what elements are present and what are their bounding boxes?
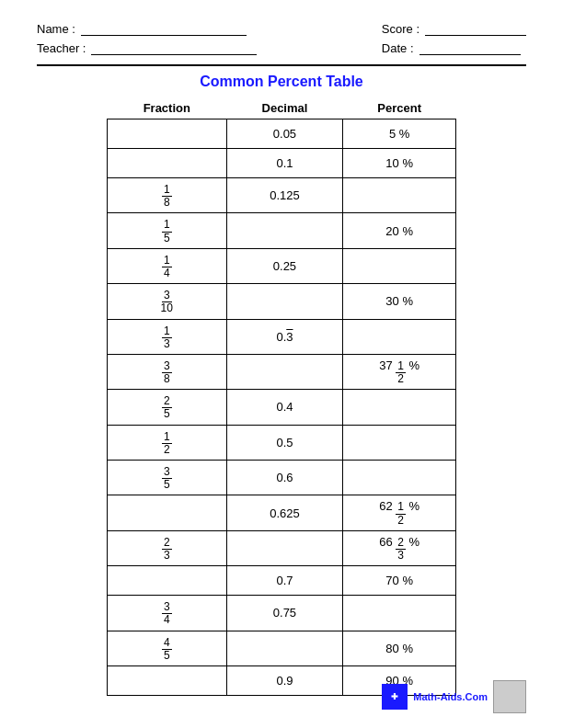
- cell-fraction: 1 8: [108, 178, 227, 213]
- table-container: Fraction Decimal Percent 0.05 5 % 0.1 10…: [37, 97, 526, 696]
- cell-percent: [343, 596, 456, 631]
- cell-percent: 66 2 3 %: [343, 530, 456, 565]
- date-row: Date :: [382, 41, 526, 55]
- footer: ✚ Math-Aids.Com: [382, 680, 526, 713]
- table-row: 3 8 37 1 2 %: [108, 354, 456, 389]
- cell-decimal: 0.5: [226, 425, 343, 460]
- table-row: 2 3 66 2 3 %: [108, 530, 456, 565]
- cell-percent: 30 %: [343, 284, 456, 319]
- cell-decimal: 0.4: [226, 390, 343, 425]
- cell-percent: [343, 425, 456, 460]
- col-decimal: Decimal: [226, 97, 343, 119]
- brand-name: Math-Aids.Com: [413, 691, 488, 702]
- cell-percent: [343, 248, 456, 283]
- cell-percent: [343, 319, 456, 354]
- date-line: [419, 42, 521, 55]
- teacher-row: Teacher :: [37, 41, 257, 55]
- percent-table: Fraction Decimal Percent 0.05 5 % 0.1 10…: [107, 97, 456, 696]
- table-row: 0.1 10 %: [108, 149, 456, 178]
- cell-fraction: [108, 665, 227, 695]
- table-row: 1 4 0.25: [108, 248, 456, 283]
- cell-fraction: [108, 495, 227, 530]
- name-row: Name :: [37, 22, 257, 36]
- cell-fraction: 1 4: [108, 248, 227, 283]
- cell-percent: 62 1 2 %: [343, 495, 456, 530]
- date-label: Date :: [382, 41, 414, 55]
- cell-percent: 10 %: [343, 149, 456, 178]
- fraction-display: 1 8: [162, 184, 172, 209]
- table-row: 2 5 0.4: [108, 390, 456, 425]
- cell-decimal: [226, 213, 343, 248]
- score-line: [425, 23, 526, 36]
- cell-fraction: 3 5: [108, 461, 227, 495]
- cell-fraction: 3 10: [108, 284, 227, 319]
- cell-decimal: [226, 284, 343, 319]
- cell-decimal: 0.7: [226, 566, 343, 596]
- cell-decimal: 0.6: [226, 461, 343, 495]
- name-label: Name :: [37, 22, 75, 36]
- fraction-display: 1 5: [162, 219, 172, 244]
- cell-decimal: 0.1: [226, 149, 343, 178]
- fraction-display: 3 4: [162, 601, 172, 626]
- table-header-row: Fraction Decimal Percent: [108, 97, 456, 119]
- cell-percent: [343, 178, 456, 213]
- repeating-digit: 3: [286, 330, 293, 344]
- cell-fraction: 1 3: [108, 319, 227, 354]
- teacher-label: Teacher :: [37, 41, 86, 55]
- score-label: Score :: [382, 22, 419, 36]
- cell-decimal: 0.9: [226, 665, 343, 695]
- table-row: 0.7 70 %: [108, 566, 456, 596]
- cell-decimal: [226, 530, 343, 565]
- table-row: 3 4 0.75: [108, 596, 456, 631]
- fraction-display: 1 4: [162, 255, 172, 279]
- table-row: 1 8 0.125: [108, 178, 456, 213]
- fraction-display: 2 5: [162, 395, 172, 420]
- teacher-line: [91, 42, 257, 55]
- table-row: 4 5 80 %: [108, 631, 456, 665]
- fraction-display: 1 3: [162, 325, 172, 350]
- cell-fraction: 2 5: [108, 390, 227, 425]
- fraction-display: 2 3: [162, 537, 172, 562]
- cell-decimal: 0.25: [226, 248, 343, 283]
- fraction-display: 3 8: [162, 360, 172, 385]
- cell-decimal: 0.625: [226, 495, 343, 530]
- name-line: [81, 23, 247, 36]
- table-row: 3 5 0.6: [108, 461, 456, 495]
- cell-percent: 5 %: [343, 119, 456, 149]
- cell-decimal: [226, 354, 343, 389]
- table-row: 0.05 5 %: [108, 119, 456, 149]
- header-section: Name : Teacher : Score : Date :: [37, 22, 526, 55]
- mixed-percent: 1 2: [396, 360, 406, 385]
- cell-fraction: [108, 149, 227, 178]
- cell-fraction: 3 4: [108, 596, 227, 631]
- page: Name : Teacher : Score : Date : Common P…: [0, 0, 563, 728]
- cell-fraction: 2 3: [108, 530, 227, 565]
- table-title: Common Percent Table: [37, 74, 526, 90]
- table-row: 3 10 30 %: [108, 284, 456, 319]
- cell-fraction: 3 8: [108, 354, 227, 389]
- header-right: Score : Date :: [382, 22, 526, 55]
- cell-percent: 70 %: [343, 566, 456, 596]
- cell-percent: 80 %: [343, 631, 456, 665]
- brand-logo: ✚: [382, 684, 408, 710]
- fraction-display: 1 2: [162, 431, 172, 456]
- col-fraction: Fraction: [108, 97, 227, 119]
- cell-decimal: 0.75: [226, 596, 343, 631]
- table-row: 0.625 62 1 2 %: [108, 495, 456, 530]
- cell-decimal: [226, 631, 343, 665]
- cell-fraction: 1 5: [108, 213, 227, 248]
- table-row: 1 3 0.3: [108, 319, 456, 354]
- cell-percent: 20 %: [343, 213, 456, 248]
- cell-percent: [343, 390, 456, 425]
- fraction-display: 3 10: [159, 290, 175, 314]
- score-row: Score :: [382, 22, 526, 36]
- cell-fraction: 1 2: [108, 425, 227, 460]
- fraction-display: 4 5: [162, 637, 172, 662]
- header-divider: [37, 64, 526, 66]
- cell-fraction: 4 5: [108, 631, 227, 665]
- fraction-display: 3 5: [162, 466, 172, 491]
- col-percent: Percent: [343, 97, 456, 119]
- cell-decimal: 0.125: [226, 178, 343, 213]
- table-row: 1 5 20 %: [108, 213, 456, 248]
- cell-percent: 37 1 2 %: [343, 354, 456, 389]
